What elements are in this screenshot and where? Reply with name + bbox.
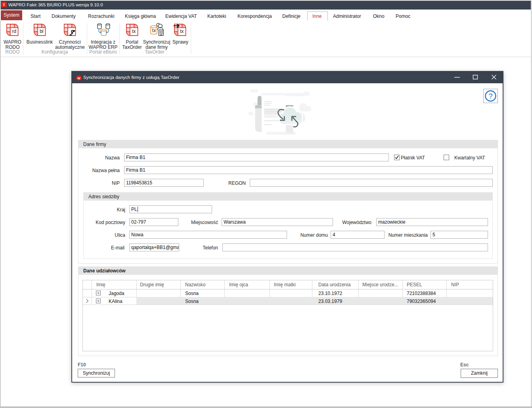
svg-text:w: w bbox=[77, 76, 80, 80]
svg-text:?: ? bbox=[488, 92, 493, 100]
svg-text:rd: rd bbox=[12, 29, 16, 34]
svg-text:tx: tx bbox=[180, 29, 184, 34]
svg-text:tx: tx bbox=[152, 28, 156, 33]
svg-text:bl: bl bbox=[40, 29, 44, 34]
svg-text:tx: tx bbox=[132, 29, 136, 34]
